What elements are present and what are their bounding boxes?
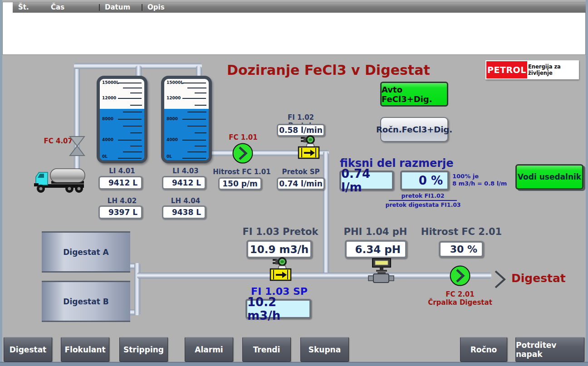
fc201-pump[interactable]: [449, 265, 471, 288]
phi104-label: PHI 1.04 pH: [343, 226, 408, 237]
tank-scale-label: 12000: [167, 96, 181, 100]
tank-scale-label: 15000L: [167, 80, 183, 85]
tank-scale-label: 4000: [167, 137, 178, 142]
pipe-truck-vertical: [74, 63, 80, 179]
fc201-label: FC 2.01: [437, 290, 483, 298]
fc407-label: FC 4.07: [40, 137, 73, 145]
fraction-numerator: pretok FI1.02: [389, 192, 457, 199]
pipe-digestat-u: [134, 263, 140, 315]
fi103-sp-setpoint[interactable]: 10.2 m3/h: [245, 299, 311, 319]
petrol-logo-brand: PETROL: [485, 60, 528, 79]
li401-value: 9412 L: [98, 176, 142, 190]
pretok-sp-label: Pretok SP: [279, 168, 323, 176]
alarm-table-header: Št. Čas Datum Opis: [13, 2, 586, 13]
phi104-value: 6.34 pH: [345, 240, 407, 259]
pipe-fecl3-vertical: [323, 151, 329, 277]
rocno-fecl3-button[interactable]: Ročn.FeCl3+Dig.: [380, 117, 448, 142]
frame-right: [586, 0, 588, 366]
frame-bottom: [0, 362, 588, 366]
fc201-sub-label: Črpalka Digestat: [424, 298, 496, 307]
pipe-main-horizontal: [137, 273, 491, 278]
nav-button-rocno[interactable]: Ročno: [460, 337, 507, 362]
page-title: Doziranje FeCl3 v Digestat: [227, 62, 430, 78]
fraction-denominator: pretok digestata FI1.03: [383, 201, 463, 208]
truck-icon: [33, 167, 91, 193]
fc101-pump[interactable]: [232, 142, 254, 166]
tank-scale-label: 0L: [167, 154, 172, 159]
hitrost-fc101-label: Hitrost FC 1.01: [211, 168, 272, 176]
nav-button-trendi[interactable]: Trendi: [242, 337, 291, 362]
vodi-usedalnik-button[interactable]: Vodi usedalnik: [515, 164, 583, 190]
flow-meter-icon: [297, 135, 320, 159]
alarm-col-st: Št.: [18, 3, 29, 11]
fi102-flow-meter: [297, 135, 320, 161]
fraction-divider: [389, 200, 457, 201]
chevron-right-icon: [494, 269, 507, 289]
frame-left: [0, 0, 2, 366]
nav-button-digestat[interactable]: Digestat: [4, 337, 52, 362]
li401-label: LI 4.01: [101, 167, 143, 175]
nav-button-skupna[interactable]: Skupna: [300, 337, 349, 362]
delivery-truck: [33, 167, 91, 195]
petrol-logo: PETROL Energija za življenje: [485, 60, 579, 79]
nav-button-alarmi[interactable]: Alarmi: [185, 337, 233, 362]
fecl3-tank-2: 15000L 12000 8000 4000 0L: [161, 76, 212, 163]
hmi-screen: Št. Čas Datum Opis Doziranje FeCl3 v Dig…: [0, 0, 588, 366]
pump-icon: [449, 265, 471, 287]
nav-button-stripping[interactable]: Stripping: [119, 337, 168, 362]
valve-icon: [69, 136, 85, 156]
ratio-note-line2: 8 m3/h = 0.8 l/m: [452, 180, 507, 187]
tank-scale-label: 15000L: [102, 80, 119, 85]
lh402-value: 9397 L: [98, 205, 142, 219]
li403-label: LI 4.03: [164, 167, 207, 175]
fiksni-del-setpoint[interactable]: 0.74 l/m: [339, 171, 394, 190]
hitrost-fc201-label: Hitrost FC 2.01: [418, 226, 505, 237]
tank-scale-label: 12000: [102, 96, 116, 100]
li403-value: 9412 L: [162, 176, 206, 190]
lh402-label: LH 4.02: [101, 197, 143, 205]
column-divider: [142, 4, 142, 11]
ratio-note-line1: 100% je: [452, 173, 479, 180]
ph-sensor-icon: [366, 258, 397, 283]
fi103-value: 10.9 m3/h: [246, 240, 312, 259]
hitrost-fc101-value: 150 p/m: [218, 177, 262, 190]
tank-scale-label: 0L: [102, 154, 108, 159]
flow-meter-icon: [269, 257, 292, 281]
fc101-label: FC 1.01: [225, 133, 262, 142]
alarm-col-opis: Opis: [147, 3, 165, 11]
alarm-col-datum: Datum: [105, 3, 130, 11]
pump-icon: [232, 142, 254, 164]
petrol-logo-tagline: Energija za življenje: [528, 60, 579, 79]
alarm-col-cas: Čas: [51, 3, 64, 11]
hitrost-fc201-value: 30 %: [439, 241, 484, 258]
fecl3-tank-1: 15000L 12000 8000 4000 0L: [97, 76, 147, 163]
razmerje-label: razmerje: [399, 157, 454, 170]
outlet-label: Digestat: [511, 272, 566, 285]
avto-fecl3-button[interactable]: Avto FeCl3+Dig.: [380, 82, 448, 107]
fi103-flow-meter: [269, 257, 292, 283]
tank-scale-label: 8000: [167, 117, 178, 121]
phi104-sensor: [366, 258, 397, 285]
outlet-arrow: [494, 269, 507, 291]
digestat-tank-a: Digestat A: [42, 231, 130, 273]
column-divider: [99, 4, 100, 11]
pretok-sp-value: 0.74 l/min: [277, 177, 325, 190]
tank-scale-label: 4000: [102, 137, 113, 142]
razmerje-setpoint[interactable]: 0 %: [400, 171, 449, 190]
digestat-tank-b: Digestat B: [42, 281, 130, 322]
fc407-valve[interactable]: [69, 136, 85, 158]
lh404-value: 9438 L: [162, 205, 206, 219]
tank-scale-label: 8000: [102, 117, 113, 121]
nav-button-potrditev-napak[interactable]: Potrditev napak: [515, 337, 584, 362]
fi103-label: FI 1.03 Pretok: [240, 226, 321, 237]
nav-button-flokulant[interactable]: Flokulant: [61, 337, 109, 362]
lh404-label: LH 4.04: [164, 197, 207, 205]
